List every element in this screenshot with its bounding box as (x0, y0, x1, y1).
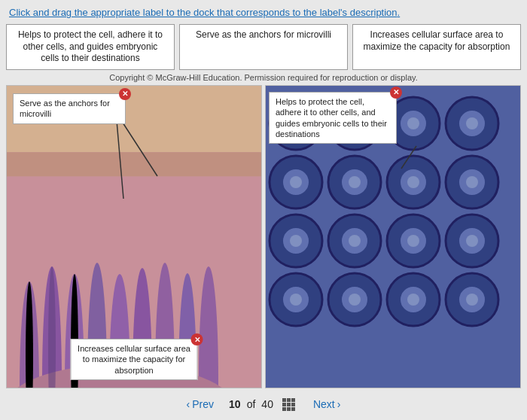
instruction-start: Click and drag the appropriate label to … (9, 7, 236, 18)
svg-rect-2 (7, 152, 261, 176)
copyright-text: Copyright © McGraw-Hill Education. Permi… (0, 73, 527, 82)
instruction-end: . (398, 7, 401, 18)
next-chevron-icon: › (337, 398, 341, 410)
image-area: ✕ Serve as the anchors for microvilli ✕ … (6, 85, 521, 388)
labels-row: Helps to protect the cell, adhere it to … (6, 24, 521, 70)
of-label: of (247, 398, 256, 410)
prev-button[interactable]: ‹ Prev (187, 398, 214, 410)
svg-point-60 (349, 294, 361, 306)
floating-label-protect[interactable]: ✕ Helps to protect the cell, adhere it t… (269, 92, 397, 144)
svg-point-36 (349, 176, 361, 188)
draggable-label-surface[interactable]: Increases cellular surface area to maxim… (352, 24, 521, 70)
left-image-panel: ✕ Serve as the anchors for microvilli ✕ … (6, 85, 262, 388)
close-protect-label[interactable]: ✕ (390, 87, 402, 99)
svg-point-48 (349, 235, 361, 247)
svg-point-30 (466, 117, 478, 129)
svg-point-54 (466, 235, 478, 247)
close-anchors-label[interactable]: ✕ (119, 88, 131, 100)
main-container: Click and drag the appropriate label to … (0, 0, 527, 420)
instruction-highlight: corresponds to the label's description (236, 7, 397, 18)
floating-label-surface[interactable]: ✕ Increases cellular surface area to max… (71, 339, 198, 380)
svg-point-57 (290, 294, 302, 306)
svg-point-39 (407, 176, 419, 188)
grid-view-icon[interactable] (282, 398, 295, 411)
prev-label: Prev (192, 398, 214, 410)
svg-point-66 (466, 294, 478, 306)
draggable-label-protect[interactable]: Helps to protect the cell, adhere it to … (6, 24, 175, 70)
instruction-text: Click and drag the appropriate label to … (0, 0, 527, 24)
next-label: Next (313, 398, 335, 410)
right-image-panel: ✕ Helps to protect the cell, adhere it t… (265, 85, 521, 388)
floating-label-anchors[interactable]: ✕ Serve as the anchors for microvilli (13, 93, 126, 124)
total-pages: 40 (261, 398, 273, 410)
svg-point-45 (290, 235, 302, 247)
next-button[interactable]: Next › (313, 398, 340, 410)
svg-point-63 (407, 294, 419, 306)
prev-chevron-icon: ‹ (187, 398, 190, 410)
current-page: 10 (229, 398, 241, 410)
bottom-navigation: ‹ Prev 10 of 40 Next › (0, 388, 527, 420)
svg-point-27 (407, 117, 419, 129)
draggable-label-anchors[interactable]: Serve as the anchors for microvilli (179, 24, 348, 70)
svg-point-42 (466, 176, 478, 188)
svg-point-51 (407, 235, 419, 247)
close-surface-label[interactable]: ✕ (191, 333, 203, 345)
page-info: 10 of 40 (229, 398, 298, 411)
svg-point-33 (290, 176, 302, 188)
